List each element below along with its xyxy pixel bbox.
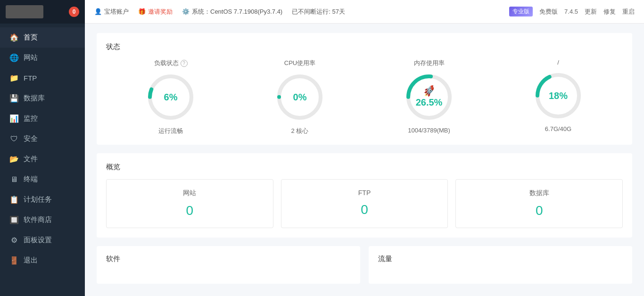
version-label: 7.4.5	[564, 8, 578, 15]
home-icon: 🏠	[9, 33, 19, 42]
gauge-label-load: 负载状态?	[154, 59, 188, 67]
sidebar-item-monitor[interactable]: 📊 监控	[0, 108, 85, 129]
logout-icon: 🚪	[9, 256, 19, 265]
sidebar-item-label: 退出	[24, 256, 38, 265]
sidebar-item-database[interactable]: 💾 数据库	[0, 88, 85, 108]
gear-icon: ⚙️	[182, 8, 190, 15]
sidebar-nav: 🏠 首页 🌐 网站 📁 FTP 💾 数据库 📊 监控 🛡 安全 📂 文件 🖥 终…	[0, 24, 85, 296]
appstore-icon: 🔲	[9, 215, 19, 224]
monitor-icon: 📊	[9, 114, 19, 123]
sidebar-item-label: 监控	[24, 114, 38, 123]
gauge-label-disk: /	[557, 59, 559, 66]
user-icon: 👤	[94, 8, 102, 15]
gauge-disk: / 18% 6.7G/40G	[494, 59, 623, 135]
settings-icon: ⚙	[9, 236, 19, 245]
traffic-card: 流量	[369, 246, 632, 284]
sidebar-item-settings[interactable]: ⚙ 面板设置	[0, 230, 85, 250]
gauge-label-cpu: CPU使用率	[284, 59, 315, 67]
account-item[interactable]: 👤 宝塔账户	[94, 8, 129, 16]
gauge-circle-load: 6%	[145, 71, 197, 123]
topbar-right: 专业版 免费版 7.4.5 更新 修复 重启	[509, 7, 635, 16]
gauge-circle-disk: 18%	[532, 70, 584, 122]
gauge-value-load: 6%	[164, 92, 178, 103]
uptime-label: 已不间断运行: 57天	[292, 8, 345, 16]
gauge-sub-cpu: 2 核心	[291, 127, 309, 135]
overview-card-value-ftp: 0	[361, 202, 368, 217]
software-title: 软件	[106, 255, 351, 263]
gauge-sub-load: 运行流畅	[158, 127, 183, 135]
traffic-title: 流量	[378, 255, 623, 263]
free-version-label: 免费版	[539, 8, 558, 16]
restart-button[interactable]: 重启	[622, 8, 635, 16]
overview-card-value-website: 0	[186, 203, 194, 218]
overview-card-website[interactable]: 网站 0	[106, 179, 273, 228]
overview-card-label-website: 网站	[183, 189, 196, 197]
sidebar-item-label: 软件商店	[24, 215, 52, 224]
files-icon: 📂	[9, 155, 19, 164]
security-icon: 🛡	[9, 135, 19, 143]
uptime-item: 已不间断运行: 57天	[292, 8, 345, 16]
sidebar-item-appstore[interactable]: 🔲 软件商店	[0, 210, 85, 230]
gauge-load: 负载状态? 6% 运行流畅	[106, 59, 235, 135]
gauge-sub-disk: 6.7G/40G	[545, 125, 571, 132]
sidebar-item-label: FTP	[24, 74, 37, 82]
gauge-label-memory: 内存使用率	[414, 59, 445, 67]
sidebar: 0 🏠 首页 🌐 网站 📁 FTP 💾 数据库 📊 监控 🛡 安全 📂 文件 🖥…	[0, 0, 85, 296]
overview-card-database[interactable]: 数据库 0	[455, 179, 623, 228]
notification-badge[interactable]: 0	[69, 7, 79, 17]
invite-label: 邀请奖励	[148, 8, 173, 16]
overview-card-label-database: 数据库	[529, 189, 549, 197]
overview-card-label-ftp: FTP	[358, 189, 371, 197]
sidebar-item-label: 安全	[24, 134, 38, 143]
account-label: 宝塔账户	[104, 8, 129, 16]
content-area: 状态 负载状态? 6% 运行流畅 CPU使用率	[85, 24, 644, 296]
invite-item[interactable]: 🎁 邀请奖励	[138, 8, 173, 16]
ftp-icon: 📁	[9, 74, 19, 82]
sidebar-item-label: 终端	[24, 175, 38, 184]
pro-badge: 专业版	[509, 7, 533, 16]
tasks-icon: 📋	[9, 195, 19, 204]
software-card: 软件	[97, 246, 360, 284]
sidebar-item-label: 数据库	[24, 94, 45, 103]
gauge-sub-memory: 1004/3789(MB)	[408, 127, 450, 134]
gauges-row: 负载状态? 6% 运行流畅 CPU使用率 0% 2 核心	[106, 59, 623, 135]
sidebar-logo	[6, 5, 43, 18]
status-title: 状态	[106, 42, 623, 51]
status-section: 状态 负载状态? 6% 运行流畅 CPU使用率	[97, 33, 632, 145]
gauge-value-memory: 🚀 26.5%	[416, 87, 443, 108]
sidebar-item-security[interactable]: 🛡 安全	[0, 129, 85, 149]
sidebar-header: 0	[0, 0, 85, 24]
sidebar-item-files[interactable]: 📂 文件	[0, 149, 85, 169]
sidebar-item-label: 计划任务	[24, 195, 52, 204]
sidebar-item-label: 文件	[24, 155, 38, 164]
sidebar-item-ftp[interactable]: 📁 FTP	[0, 68, 85, 88]
sidebar-item-website[interactable]: 🌐 网站	[0, 48, 85, 68]
overview-card-value-database: 0	[536, 203, 543, 218]
main-area: 👤 宝塔账户 🎁 邀请奖励 ⚙️ 系统：CentOS 7.7.1908(Py3.…	[85, 0, 644, 296]
overview-title: 概览	[106, 163, 623, 172]
sidebar-item-label: 面板设置	[24, 236, 52, 245]
database-icon: 💾	[9, 94, 19, 103]
overview-card-ftp[interactable]: FTP 0	[281, 179, 448, 228]
gauge-cpu: CPU使用率 0% 2 核心	[235, 59, 364, 135]
terminal-icon: 🖥	[9, 175, 19, 184]
sidebar-item-label: 首页	[24, 33, 38, 42]
system-label: 系统：CentOS 7.7.1908(Py3.7.4)	[192, 8, 282, 16]
repair-button[interactable]: 修复	[603, 8, 616, 16]
gauge-value-cpu: 0%	[293, 92, 307, 103]
invite-icon: 🎁	[138, 8, 146, 15]
sidebar-item-label: 网站	[24, 53, 38, 62]
sidebar-item-logout[interactable]: 🚪 退出	[0, 250, 85, 271]
topbar: 👤 宝塔账户 🎁 邀请奖励 ⚙️ 系统：CentOS 7.7.1908(Py3.…	[85, 0, 644, 24]
sidebar-item-home[interactable]: 🏠 首页	[0, 27, 85, 48]
sidebar-item-tasks[interactable]: 📋 计划任务	[0, 189, 85, 210]
overview-section: 概览 网站 0 FTP 0 数据库 0	[97, 153, 632, 238]
overview-cards: 网站 0 FTP 0 数据库 0	[106, 179, 623, 228]
website-icon: 🌐	[9, 53, 19, 62]
help-icon[interactable]: ?	[181, 60, 188, 67]
gauge-memory: 内存使用率 🚀 🚀 26.5% 1004/3789(MB)	[364, 59, 494, 135]
system-item: ⚙️ 系统：CentOS 7.7.1908(Py3.7.4)	[182, 8, 282, 16]
sidebar-item-terminal[interactable]: 🖥 终端	[0, 169, 85, 189]
update-button[interactable]: 更新	[585, 8, 597, 16]
gauge-circle-memory: 🚀 🚀 26.5%	[403, 71, 455, 123]
